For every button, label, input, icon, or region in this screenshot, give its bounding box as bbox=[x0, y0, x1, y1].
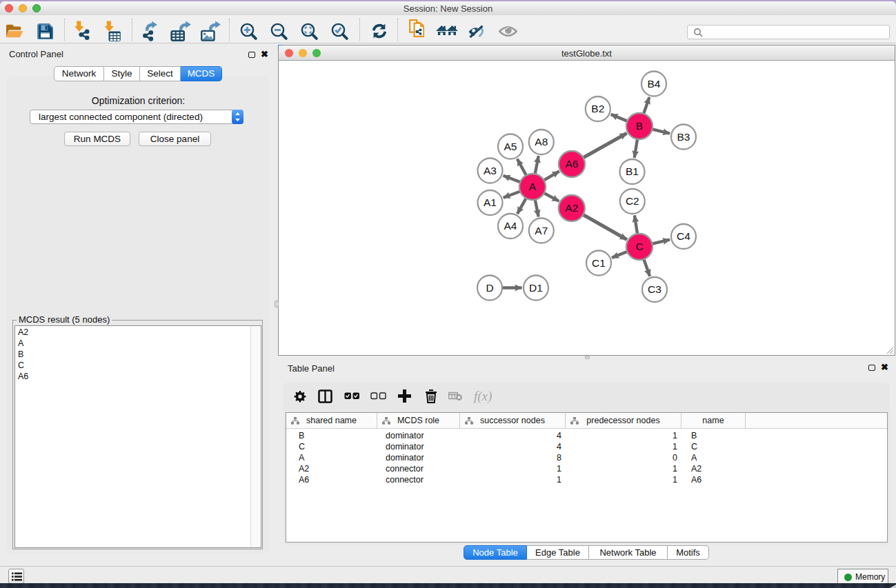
svg-text:A3: A3 bbox=[484, 164, 497, 176]
svg-text:A6: A6 bbox=[566, 158, 579, 170]
svg-text:D: D bbox=[486, 281, 493, 293]
svg-text:A1: A1 bbox=[484, 196, 497, 208]
svg-text:B1: B1 bbox=[626, 165, 639, 177]
svg-text:C1: C1 bbox=[592, 256, 606, 268]
svg-text:B: B bbox=[636, 120, 643, 132]
svg-text:C2: C2 bbox=[626, 195, 639, 207]
svg-text:A7: A7 bbox=[535, 224, 548, 236]
svg-text:C4: C4 bbox=[677, 230, 690, 242]
svg-text:A8: A8 bbox=[535, 136, 548, 148]
svg-text:A: A bbox=[529, 181, 537, 192]
svg-text:D1: D1 bbox=[529, 281, 543, 293]
svg-text:B4: B4 bbox=[648, 77, 661, 89]
svg-text:B2: B2 bbox=[591, 103, 604, 114]
svg-text:C3: C3 bbox=[648, 283, 661, 295]
svg-text:C: C bbox=[635, 241, 643, 252]
svg-text:A5: A5 bbox=[504, 140, 517, 152]
svg-text:A2: A2 bbox=[565, 202, 578, 214]
svg-text:B3: B3 bbox=[677, 130, 690, 142]
svg-text:A4: A4 bbox=[504, 220, 517, 232]
